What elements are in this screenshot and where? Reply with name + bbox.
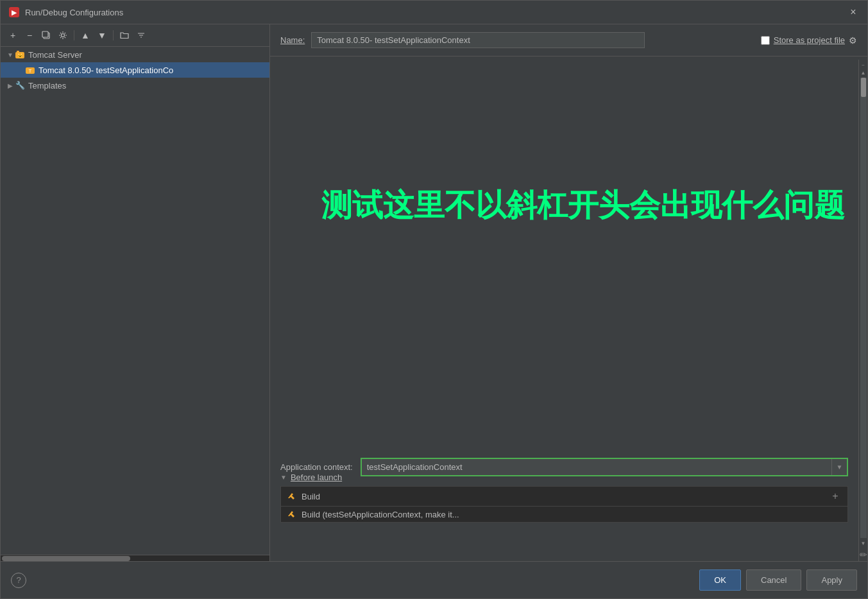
build-icon bbox=[286, 491, 296, 501]
svg-text:▶: ▶ bbox=[12, 9, 17, 16]
edit-icon[interactable]: ✏ bbox=[860, 550, 867, 560]
config-tree: ▼ 🐱 Tomcat Server bbox=[1, 47, 269, 555]
scroll-thumb[interactable] bbox=[861, 78, 866, 97]
svg-point-4 bbox=[62, 34, 65, 37]
settings-button[interactable] bbox=[56, 28, 70, 42]
scroll-track[interactable] bbox=[860, 78, 867, 538]
app-icon: ▶ bbox=[8, 6, 20, 18]
toolbar-separator-1 bbox=[74, 30, 74, 40]
right-panel: Name: Store as project file ⚙ 测试这里不以斜杠开头… bbox=[270, 24, 867, 561]
app-context-label: Application context: bbox=[280, 462, 353, 472]
launch-build-label: Build bbox=[302, 492, 823, 501]
store-project-label: Store as project file bbox=[774, 35, 845, 45]
scroll-down-button[interactable]: ▼ bbox=[860, 539, 867, 547]
bottom-left: ? bbox=[11, 573, 26, 588]
move-up-button[interactable]: ▲ bbox=[78, 28, 92, 42]
tomcat-server-group-label: Tomcat Server bbox=[28, 50, 82, 60]
build-context-icon bbox=[286, 509, 296, 519]
launch-item-build-context[interactable]: Build (testSetApplicationContext, make i… bbox=[280, 507, 848, 523]
sort-button[interactable] bbox=[134, 28, 148, 42]
close-button[interactable]: × bbox=[847, 6, 860, 19]
help-button[interactable]: ? bbox=[11, 573, 26, 588]
name-label: Name: bbox=[280, 35, 305, 45]
title-bar: ▶ Run/Debug Configurations × bbox=[1, 1, 867, 24]
horizontal-scrollbar[interactable] bbox=[1, 555, 269, 561]
run-debug-dialog: ▶ Run/Debug Configurations × + − bbox=[0, 0, 868, 599]
apply-button[interactable]: Apply bbox=[806, 569, 857, 591]
before-launch-list: Build + Build (testSetApplicationContext… bbox=[280, 486, 848, 523]
dialog-title: Run/Debug Configurations bbox=[25, 8, 123, 17]
content-area: 测试这里不以斜杠开头会出现什么问题 Application context: ▼ bbox=[270, 56, 867, 561]
svg-text:T: T bbox=[29, 68, 32, 74]
add-config-button[interactable]: + bbox=[6, 28, 20, 42]
left-panel: + − ▲ ▼ bbox=[1, 24, 270, 561]
tomcat-config-icon: T bbox=[25, 65, 35, 75]
remove-config-button[interactable]: − bbox=[22, 28, 37, 42]
move-down-button[interactable]: ▼ bbox=[95, 28, 109, 42]
tree-item-tomcat-server-group[interactable]: ▼ 🐱 Tomcat Server bbox=[1, 47, 269, 62]
collapse-icon[interactable]: ▼ bbox=[6, 50, 15, 59]
before-launch-expand-icon[interactable]: ▼ bbox=[280, 474, 287, 481]
launch-item-build[interactable]: Build + bbox=[280, 486, 848, 507]
right-scrollbar[interactable]: − ▲ ▼ ✏ bbox=[858, 60, 867, 561]
tree-item-tomcat-config[interactable]: T Tomcat 8.0.50- testSetApplicationCo bbox=[1, 62, 269, 78]
scroll-up-arrow[interactable]: − bbox=[860, 61, 867, 69]
launch-build-context-label: Build (testSetApplicationContext, make i… bbox=[302, 510, 842, 519]
before-launch-title: Before launch bbox=[291, 473, 342, 482]
store-settings-gear-icon[interactable]: ⚙ bbox=[849, 35, 857, 46]
name-row: Name: Store as project file ⚙ bbox=[270, 24, 867, 56]
copy-config-button[interactable] bbox=[39, 28, 53, 42]
store-project-checkbox[interactable] bbox=[761, 36, 770, 45]
annotation-text: 测试这里不以斜杠开头会出现什么问题 bbox=[321, 185, 845, 226]
tree-item-templates[interactable]: ▶ 🔧 Templates bbox=[1, 78, 269, 93]
svg-text:🐱: 🐱 bbox=[17, 53, 23, 58]
cancel-button[interactable]: Cancel bbox=[746, 569, 801, 591]
toolbar: + − ▲ ▼ bbox=[1, 24, 269, 47]
title-bar-left: ▶ Run/Debug Configurations bbox=[8, 6, 123, 18]
before-launch-add-button[interactable]: + bbox=[828, 489, 842, 503]
svg-rect-3 bbox=[42, 31, 48, 37]
folder-button[interactable] bbox=[117, 28, 132, 42]
scroll-up-button[interactable]: ▲ bbox=[860, 69, 867, 76]
templates-expand-icon[interactable]: ▶ bbox=[6, 81, 15, 90]
bottom-right: OK Cancel Apply bbox=[699, 569, 857, 591]
toolbar-separator-2 bbox=[113, 30, 114, 40]
main-content: + − ▲ ▼ bbox=[1, 24, 867, 561]
before-launch-section: ▼ Before launch Build + bbox=[270, 473, 858, 523]
name-input[interactable] bbox=[311, 32, 645, 48]
tomcat-config-label: Tomcat 8.0.50- testSetApplicationCo bbox=[38, 65, 173, 75]
templates-label: Templates bbox=[28, 81, 66, 91]
templates-icon: 🔧 bbox=[15, 80, 25, 91]
tomcat-server-icon: 🐱 bbox=[15, 49, 25, 60]
ok-button[interactable]: OK bbox=[699, 569, 741, 591]
before-launch-header: ▼ Before launch bbox=[280, 473, 848, 482]
bottom-bar: ? OK Cancel Apply bbox=[1, 561, 867, 598]
empty-expand bbox=[16, 65, 25, 74]
store-project-area: Store as project file ⚙ bbox=[761, 35, 857, 46]
scrollbar-thumb[interactable] bbox=[2, 556, 130, 561]
